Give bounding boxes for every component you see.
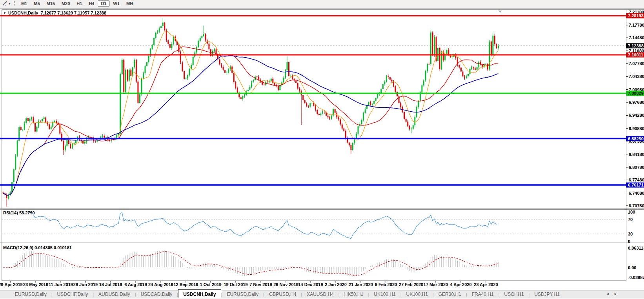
svg-text:6.80780: 6.80780 xyxy=(629,165,644,170)
svg-text:7.00029: 7.00029 xyxy=(628,91,644,96)
rsi-indicator-label: RSI(14) 58.2799 xyxy=(3,210,35,215)
toolbar-separator xyxy=(14,1,15,6)
candles-layer xyxy=(3,18,499,207)
timeframe-button-w1[interactable]: W1 xyxy=(110,0,123,7)
svg-text:21 Jan 2020: 21 Jan 2020 xyxy=(349,282,373,287)
svg-text:4 Apr 2020: 4 Apr 2020 xyxy=(450,282,471,287)
tab-scroll-arrows: ◄ ► xyxy=(602,292,617,296)
svg-text:26 Nov 2019: 26 Nov 2019 xyxy=(273,282,298,287)
svg-text:6.94280: 6.94280 xyxy=(629,113,644,118)
svg-text:6.77480: 6.77480 xyxy=(629,178,644,182)
ma-slow-line xyxy=(3,56,498,195)
svg-text:6.90880: 6.90880 xyxy=(629,126,644,131)
svg-text:2 Jan 2020: 2 Jan 2020 xyxy=(325,282,347,287)
moving-averages-layer xyxy=(3,31,498,195)
tab-scroll-left-icon[interactable]: ◄ xyxy=(606,292,609,296)
macd-axis-labels: 0.0631130.00-0.038872 xyxy=(628,246,644,280)
tab-usdcad-daily[interactable]: USDCAD,Daily xyxy=(136,290,177,298)
timeframe-button-d1[interactable]: D1 xyxy=(98,0,109,7)
tab-xauusd-h4[interactable]: XAUUSD,H4 xyxy=(302,290,338,298)
svg-text:6.88250: 6.88250 xyxy=(628,136,644,141)
tab-usoil-h1[interactable]: USOil,H1 xyxy=(500,290,529,298)
timeframe-button-h4[interactable]: H4 xyxy=(86,0,97,7)
timeframe-buttons: M1M5M15M30H1H4D1W1MN xyxy=(18,0,136,7)
caret-down-icon[interactable]: ▼ xyxy=(3,11,6,15)
timeframe-button-m5[interactable]: M5 xyxy=(31,0,43,7)
svg-text:7.12388: 7.12388 xyxy=(628,43,644,48)
svg-text:0.00: 0.00 xyxy=(628,265,636,270)
svg-text:-0.038872: -0.038872 xyxy=(628,275,644,280)
chart-symbol-label: USDCNH,Daily xyxy=(8,11,38,15)
svg-text:7.04380: 7.04380 xyxy=(629,74,644,79)
svg-text:7.10011: 7.10011 xyxy=(628,53,643,57)
trendline-tool-icon[interactable] xyxy=(2,1,8,6)
svg-text:70: 70 xyxy=(628,217,633,222)
tab-usdjpy-h1[interactable]: USDJPY,H1 xyxy=(529,290,564,298)
chart-tab-bar: EURUSD,Daily|USDCHF,Daily|AUDUSD,Daily|U… xyxy=(0,290,644,298)
price-axis: 7.211807.177807.144807.110807.077807.043… xyxy=(626,10,644,208)
tab-uk100-h1[interactable]: UK100,H1 xyxy=(369,290,400,298)
horizontal-level-lines[interactable] xyxy=(0,16,626,185)
svg-text:11 Jun 2019: 11 Jun 2019 xyxy=(49,282,73,287)
svg-text:7.07780: 7.07780 xyxy=(629,61,644,66)
tab-ger30-h1[interactable]: GER30,H1 xyxy=(434,290,466,298)
panel-borders xyxy=(0,9,644,281)
timeframe-button-h1[interactable]: H1 xyxy=(73,0,85,7)
chart-canvas[interactable]: 7.211807.177807.144807.110807.077807.043… xyxy=(0,0,644,299)
svg-text:29 Jun 2019: 29 Jun 2019 xyxy=(73,282,98,287)
svg-text:6.84180: 6.84180 xyxy=(629,152,644,157)
svg-text:17 Mar 2020: 17 Mar 2020 xyxy=(424,282,448,287)
tab-scroll-right-icon[interactable]: ► xyxy=(614,292,617,296)
tab-eurusd-daily[interactable]: EURUSD,Daily xyxy=(222,290,263,298)
svg-text:100: 100 xyxy=(628,210,635,214)
svg-text:23 May 2019: 23 May 2019 xyxy=(23,282,48,287)
timeframe-button-m30[interactable]: M30 xyxy=(58,0,73,7)
macd-panel xyxy=(3,250,498,277)
svg-text:7.20193: 7.20193 xyxy=(628,13,644,18)
svg-text:6.70780: 6.70780 xyxy=(629,203,644,208)
svg-text:19 Oct 2019: 19 Oct 2019 xyxy=(224,282,247,287)
time-axis: 29 Apr 201923 May 201911 Jun 201929 Jun … xyxy=(0,281,498,287)
svg-text:8 Feb 2020: 8 Feb 2020 xyxy=(375,282,397,287)
svg-text:6.74080: 6.74080 xyxy=(629,191,644,196)
tab-usdcnh-daily[interactable]: USDCNH,Daily xyxy=(178,289,221,298)
chart-shift-marker-icon xyxy=(498,11,502,13)
caret-down-icon[interactable]: ▼ xyxy=(8,2,11,5)
timeframe-toolbar: ▼ M1M5M15M30H1H4D1W1MN xyxy=(0,0,644,7)
timeframe-button-m15[interactable]: M15 xyxy=(44,0,58,7)
svg-text:6.97680: 6.97680 xyxy=(629,100,644,105)
svg-text:27 Feb 2020: 27 Feb 2020 xyxy=(399,282,423,287)
svg-text:24 Aug 2019: 24 Aug 2019 xyxy=(148,282,173,287)
timeframe-button-m1[interactable]: M1 xyxy=(18,0,30,7)
svg-text:14 Dec 2019: 14 Dec 2019 xyxy=(298,282,323,287)
svg-text:6 Aug 2019: 6 Aug 2019 xyxy=(124,282,147,287)
svg-text:1 Oct 2019: 1 Oct 2019 xyxy=(200,282,221,287)
svg-text:0: 0 xyxy=(628,239,630,244)
svg-text:7.17780: 7.17780 xyxy=(629,23,644,27)
tab-uk100-h1[interactable]: UK100,H1 xyxy=(402,290,433,298)
rsi-panel xyxy=(2,212,626,239)
macd-indicator-label: MACD(12,26,9) 0.014305 0.010181 xyxy=(3,245,72,250)
rsi-axis-labels: 10070300 xyxy=(628,210,635,244)
ma-mid-line xyxy=(3,47,498,195)
chart-title: ▼USDCNH,Daily 7.12677 7.13629 7.11957 7.… xyxy=(3,11,106,15)
svg-text:7 Nov 2019: 7 Nov 2019 xyxy=(249,282,272,287)
chart-ohlc-label: 7.12677 7.13629 7.11957 7.12388 xyxy=(40,11,106,15)
tab-gbpusd-h4[interactable]: GBPUSD,H4 xyxy=(264,290,301,298)
svg-text:23 Apr 2020: 23 Apr 2020 xyxy=(474,282,498,287)
tab-hk50-h1[interactable]: HK50,H1 xyxy=(340,290,368,298)
tab-usdchf-daily[interactable]: USDCHF,Daily xyxy=(53,290,93,298)
tab-eurusd-daily[interactable]: EURUSD,Daily xyxy=(10,290,51,298)
timeframe-button-mn[interactable]: MN xyxy=(123,0,136,7)
svg-text:6.76171: 6.76171 xyxy=(628,183,644,187)
tab-audusd-daily[interactable]: AUDUSD,Daily xyxy=(94,290,135,298)
svg-text:30: 30 xyxy=(628,232,633,236)
svg-text:12 Sep 2019: 12 Sep 2019 xyxy=(174,282,198,287)
terminal-window: ▼ M1M5M15M30H1H4D1W1MN 7.211807.177807.1… xyxy=(0,0,644,299)
svg-text:18 Jul 2019: 18 Jul 2019 xyxy=(99,282,122,287)
svg-text:7.14480: 7.14480 xyxy=(629,35,644,40)
svg-text:0.063113: 0.063113 xyxy=(628,246,644,250)
svg-text:29 Apr 2019: 29 Apr 2019 xyxy=(0,282,23,287)
ma-fast-line xyxy=(3,31,498,195)
tab-fra40-h1[interactable]: FRA40,H1 xyxy=(467,290,498,298)
